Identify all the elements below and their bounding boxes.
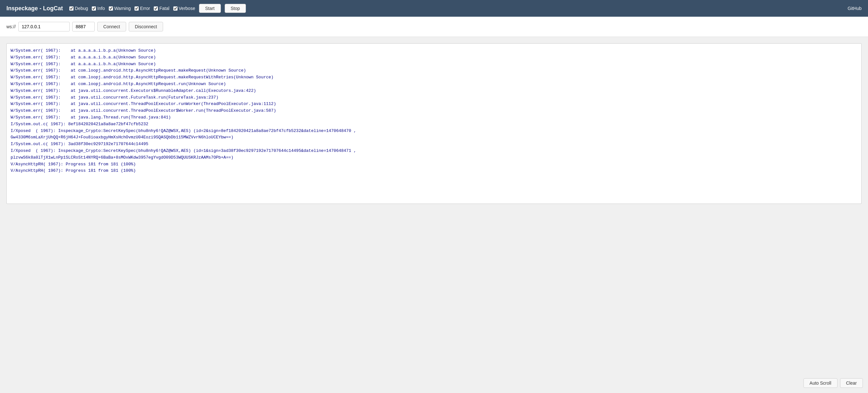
filter-warning-checkbox[interactable] (109, 6, 113, 10)
filter-error-label: Error (140, 6, 150, 11)
filter-group: Debug Info Warning Error Fatal Verbose S… (69, 4, 841, 13)
filter-debug-checkbox[interactable] (69, 6, 73, 10)
filter-verbose[interactable]: Verbose (173, 6, 195, 11)
connect-button[interactable]: Connect (97, 22, 126, 31)
ip-input[interactable] (18, 22, 70, 31)
filter-verbose-checkbox[interactable] (173, 6, 178, 10)
port-input[interactable] (72, 22, 95, 31)
filter-debug-label: Debug (75, 6, 88, 11)
filter-debug[interactable]: Debug (69, 6, 88, 11)
filter-info-label: Info (97, 6, 105, 11)
log-content: W/System.err( 1967): at a.a.a.a.i.b.p.a(… (10, 48, 858, 174)
bottom-bar: Auto Scroll Clear (804, 378, 863, 388)
filter-fatal-label: Fatal (159, 6, 169, 11)
ws-protocol-label: ws:// (6, 24, 16, 29)
clear-button[interactable]: Clear (840, 378, 863, 388)
filter-error-checkbox[interactable] (134, 6, 139, 10)
filter-verbose-label: Verbose (179, 6, 195, 11)
app-title: Inspeckage - LogCat (6, 5, 63, 12)
filter-info-checkbox[interactable] (92, 6, 96, 10)
github-link[interactable]: GitHub (847, 6, 862, 11)
log-container: W/System.err( 1967): at a.a.a.a.i.b.p.a(… (6, 43, 862, 204)
stop-button[interactable]: Stop (225, 4, 246, 13)
start-button[interactable]: Start (199, 4, 221, 13)
connection-bar: ws:// Connect Disconnect (0, 17, 868, 37)
filter-warning-label: Warning (114, 6, 131, 11)
autoscroll-button[interactable]: Auto Scroll (804, 378, 837, 388)
filter-info[interactable]: Info (92, 6, 105, 11)
filter-error[interactable]: Error (134, 6, 150, 11)
disconnect-button[interactable]: Disconnect (129, 22, 163, 31)
filter-fatal-checkbox[interactable] (154, 6, 158, 10)
filter-warning[interactable]: Warning (109, 6, 131, 11)
navbar: Inspeckage - LogCat Debug Info Warning E… (0, 0, 868, 17)
filter-fatal[interactable]: Fatal (154, 6, 169, 11)
